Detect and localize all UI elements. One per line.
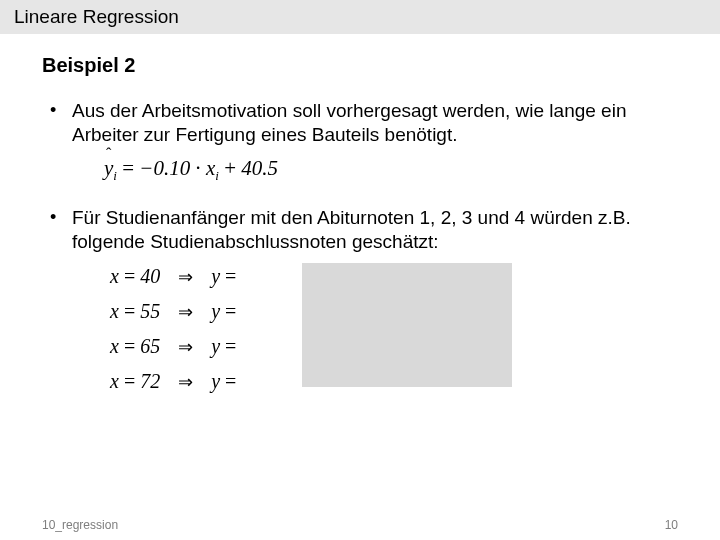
content-area: Beispiel 2 Aus der Arbeitsmotivation sol… xyxy=(0,34,720,399)
examples-table: x = 40 ⇒ y = x = 55 ⇒ y = x = 65 ⇒ y = xyxy=(104,259,242,399)
bullet-text: Für Studienanfänger mit den Abiturnoten … xyxy=(72,207,631,252)
yhat-symbol: y xyxy=(211,335,220,357)
bullet-item: Aus der Arbeitsmotivation soll vorherges… xyxy=(42,99,678,184)
example-heading: Beispiel 2 xyxy=(42,54,678,77)
table-row: x = 65 ⇒ y = xyxy=(104,329,242,364)
table-row: x = 72 ⇒ y = xyxy=(104,364,242,399)
bullet-text: Aus der Arbeitsmotivation soll vorherges… xyxy=(72,100,626,145)
table-row: x = 55 ⇒ y = xyxy=(104,294,242,329)
footer-left: 10_regression xyxy=(42,518,118,532)
slide-title-bar: Lineare Regression xyxy=(0,0,720,34)
implies-icon: ⇒ xyxy=(166,364,205,399)
x-value: 40 xyxy=(140,265,160,287)
x-label: x xyxy=(110,335,119,357)
x-label: x xyxy=(110,265,119,287)
yhat-subscript: i xyxy=(113,168,117,183)
slope-value: −0.10 xyxy=(139,156,190,180)
x-value: 55 xyxy=(140,300,160,322)
bullet-list: Aus der Arbeitsmotivation soll vorherges… xyxy=(42,99,678,399)
yhat-symbol: y xyxy=(211,370,220,392)
x-var: x xyxy=(206,156,215,180)
intercept-value: 40.5 xyxy=(241,156,278,180)
yhat-symbol: y xyxy=(211,300,220,322)
implies-icon: ⇒ xyxy=(166,329,205,364)
x-subscript: i xyxy=(215,168,219,183)
slide-title: Lineare Regression xyxy=(14,6,179,27)
x-label: x xyxy=(110,370,119,392)
yhat-symbol: y xyxy=(104,155,113,181)
implies-icon: ⇒ xyxy=(166,294,205,329)
x-value: 65 xyxy=(140,335,160,357)
table-row: x = 40 ⇒ y = xyxy=(104,259,242,294)
x-value: 72 xyxy=(140,370,160,392)
answer-cover-overlay xyxy=(302,263,512,387)
x-label: x xyxy=(110,300,119,322)
slide-footer: 10_regression 10 xyxy=(0,518,720,532)
footer-right: 10 xyxy=(665,518,678,532)
yhat-symbol: y xyxy=(211,265,220,287)
implies-icon: ⇒ xyxy=(166,259,205,294)
regression-equation: yi = −0.10 · xi + 40.5 xyxy=(104,155,678,184)
bullet-item: Für Studienanfänger mit den Abiturnoten … xyxy=(42,206,678,400)
examples-block: x = 40 ⇒ y = x = 55 ⇒ y = x = 65 ⇒ y = xyxy=(104,259,678,399)
